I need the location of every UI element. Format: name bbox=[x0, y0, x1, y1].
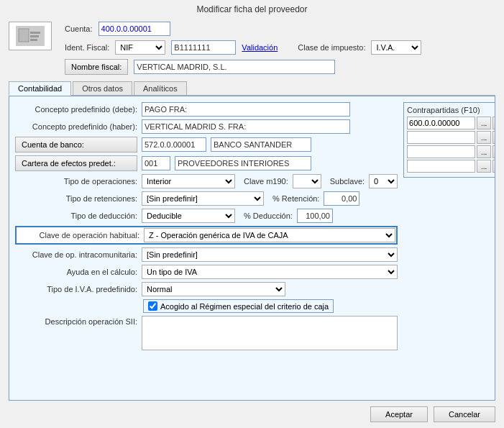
main-panel: Concepto predefinido (debe): Concepto pr… bbox=[9, 96, 495, 401]
contra-btn-4b[interactable]: ... bbox=[492, 160, 495, 173]
clase-impuesto-label: Clase de impuesto: bbox=[298, 43, 365, 52]
left-section: Concepto predefinido (debe): Concepto pr… bbox=[15, 102, 398, 355]
concepto-debe-label: Concepto predefinido (debe): bbox=[15, 105, 137, 114]
clave-habitual-select[interactable]: Z - Operación genérica de IVA de CAJA bbox=[144, 228, 395, 242]
cuenta-banco-code[interactable] bbox=[142, 137, 206, 152]
contrapartidas-title: Contrapartidas (F10) bbox=[407, 106, 495, 114]
checkbox-row: Acogido al Régimen especial del criterio… bbox=[143, 299, 398, 313]
ayuda-calculo-select[interactable]: Un tipo de IVA bbox=[142, 265, 398, 279]
clave-intra-select[interactable]: [Sin predefinir] bbox=[142, 247, 398, 262]
tipo-iva-label: Tipo de I.V.A. predefinido: bbox=[15, 285, 137, 293]
tab-analiticos[interactable]: Analíticos bbox=[134, 81, 187, 95]
tipo-operaciones-row: Tipo de operaciones: Interior Clave m190… bbox=[15, 174, 398, 188]
contra-btn-1a[interactable]: ... bbox=[477, 117, 491, 129]
tipo-deduccion-row: Tipo de deducción: Deducible % Deducción… bbox=[15, 209, 398, 223]
nif-select[interactable]: NIF bbox=[115, 40, 165, 55]
clave-m190-label: Clave m190: bbox=[244, 177, 288, 186]
svg-rect-1 bbox=[30, 32, 40, 34]
pct-retencion-input[interactable] bbox=[324, 191, 359, 206]
cuenta-banco-row: Cuenta de banco: bbox=[15, 137, 398, 152]
window-title: Modificar ficha del proveedor bbox=[196, 4, 307, 14]
aceptar-button[interactable]: Aceptar bbox=[370, 406, 428, 422]
descripcion-textarea[interactable] bbox=[142, 316, 398, 350]
contra-input-4[interactable] bbox=[407, 160, 475, 173]
cartera-row: Cartera de efectos predet.: bbox=[15, 155, 398, 171]
contra-input-1[interactable] bbox=[407, 117, 475, 129]
tipo-operaciones-label: Tipo de operaciones: bbox=[15, 177, 137, 186]
contra-row-3: ... ... bbox=[407, 145, 495, 158]
contra-btn-2a[interactable]: ... bbox=[477, 131, 491, 144]
tab-bar: Contabilidad Otros datos Analíticos bbox=[9, 81, 495, 96]
ident-fiscal-label: Ident. Fiscal: bbox=[65, 43, 109, 52]
tipo-iva-row: Tipo de I.V.A. predefinido: Normal bbox=[15, 282, 398, 296]
tipo-retenciones-row: Tipo de retenciones: [Sin predefinir] % … bbox=[15, 191, 398, 206]
svg-rect-3 bbox=[30, 39, 37, 41]
clase-impuesto-select[interactable]: I.V.A. bbox=[371, 40, 421, 55]
regimen-checkbox[interactable] bbox=[148, 301, 157, 311]
subclave-label: Subclave: bbox=[330, 177, 365, 186]
contra-row-4: ... ... bbox=[407, 160, 495, 173]
tipo-iva-select[interactable]: Normal bbox=[142, 282, 285, 296]
tipo-retenciones-select[interactable]: [Sin predefinir] bbox=[142, 191, 264, 206]
svg-rect-0 bbox=[19, 29, 29, 42]
validacion-link[interactable]: Validación bbox=[242, 43, 278, 52]
cartera-name[interactable] bbox=[175, 156, 311, 170]
tipo-retenciones-label: Tipo de retenciones: bbox=[15, 194, 137, 203]
ident-fiscal-row: Ident. Fiscal: NIF Validación Clase de i… bbox=[65, 40, 495, 55]
logo-inner bbox=[16, 26, 45, 46]
ayuda-calculo-row: Ayuda en el cálculo: Un tipo de IVA bbox=[15, 265, 398, 279]
concepto-haber-row: Concepto predefinido (haber): bbox=[15, 119, 398, 134]
contrapartidas-section: Contrapartidas (F10) ... ... ... ... ...… bbox=[403, 102, 495, 178]
concepto-debe-row: Concepto predefinido (debe): bbox=[15, 102, 398, 117]
subclave-select[interactable]: 0 bbox=[369, 174, 398, 188]
cancelar-button[interactable]: Cancelar bbox=[434, 406, 495, 422]
nombre-fiscal-row: Nombre fiscal: bbox=[65, 59, 495, 75]
checkbox-label[interactable]: Acogido al Régimen especial del criterio… bbox=[143, 299, 334, 313]
tipo-operaciones-select[interactable]: Interior bbox=[142, 174, 235, 188]
tab-otros-datos[interactable]: Otros datos bbox=[73, 81, 132, 95]
contra-btn-3a[interactable]: ... bbox=[477, 145, 491, 158]
clave-intra-label: Clave de op. intracomunitaria: bbox=[15, 250, 137, 259]
logo-svg bbox=[17, 27, 43, 45]
pct-deduccion-input[interactable] bbox=[297, 209, 333, 223]
logo-image bbox=[9, 22, 52, 50]
b-value-input[interactable] bbox=[171, 40, 236, 55]
bottom-buttons: Aceptar Cancelar bbox=[0, 401, 504, 428]
cuenta-banco-name[interactable] bbox=[211, 137, 311, 152]
cuenta-label: Cuenta: bbox=[65, 24, 93, 33]
cartera-code[interactable] bbox=[142, 156, 170, 170]
nombre-fiscal-btn[interactable]: Nombre fiscal: bbox=[65, 59, 128, 75]
cuenta-row: Cuenta: bbox=[65, 22, 495, 36]
contra-btn-4a[interactable]: ... bbox=[477, 160, 491, 173]
pct-retencion-label: % Retención: bbox=[272, 194, 319, 203]
tipo-deduccion-select[interactable]: Deducible bbox=[142, 209, 235, 223]
cuenta-input[interactable] bbox=[98, 22, 170, 36]
ayuda-calculo-label: Ayuda en el cálculo: bbox=[15, 268, 137, 276]
contra-btn-1b[interactable]: ... bbox=[492, 117, 495, 129]
contra-btn-3b[interactable]: ... bbox=[492, 145, 495, 158]
contra-btn-2b[interactable]: ... bbox=[492, 131, 495, 144]
clave-habitual-label: Clave de operación habitual: bbox=[17, 231, 139, 240]
descripcion-row: Descripción operación SII: bbox=[15, 316, 398, 352]
clave-intra-row: Clave de op. intracomunitaria: [Sin pred… bbox=[15, 247, 398, 262]
cuenta-banco-btn[interactable]: Cuenta de banco: bbox=[15, 137, 137, 152]
concepto-haber-input[interactable] bbox=[142, 119, 350, 134]
svg-rect-2 bbox=[30, 35, 39, 37]
clave-habitual-row: Clave de operación habitual: Z - Operaci… bbox=[15, 226, 398, 245]
title-bar: Modificar ficha del proveedor bbox=[0, 0, 504, 19]
contra-input-3[interactable] bbox=[407, 145, 475, 158]
checkbox-text: Acogido al Régimen especial del criterio… bbox=[160, 302, 329, 311]
cartera-btn[interactable]: Cartera de efectos predet.: bbox=[15, 155, 137, 171]
contra-input-2[interactable] bbox=[407, 131, 475, 144]
pct-deduccion-label: % Deducción: bbox=[244, 211, 293, 220]
tab-contabilidad[interactable]: Contabilidad bbox=[9, 81, 71, 96]
clave-m190-select[interactable] bbox=[293, 174, 321, 188]
contra-row-1: ... ... bbox=[407, 117, 495, 129]
concepto-debe-input[interactable] bbox=[142, 102, 350, 117]
tipo-deduccion-label: Tipo de deducción: bbox=[15, 211, 137, 220]
nombre-fiscal-input[interactable] bbox=[134, 60, 335, 74]
concepto-haber-label: Concepto predefinido (haber): bbox=[15, 122, 137, 131]
descripcion-label: Descripción operación SII: bbox=[15, 317, 137, 326]
contra-row-2: ... ... bbox=[407, 131, 495, 144]
main-window: Modificar ficha del proveedor Cuenta: Id… bbox=[0, 0, 504, 428]
